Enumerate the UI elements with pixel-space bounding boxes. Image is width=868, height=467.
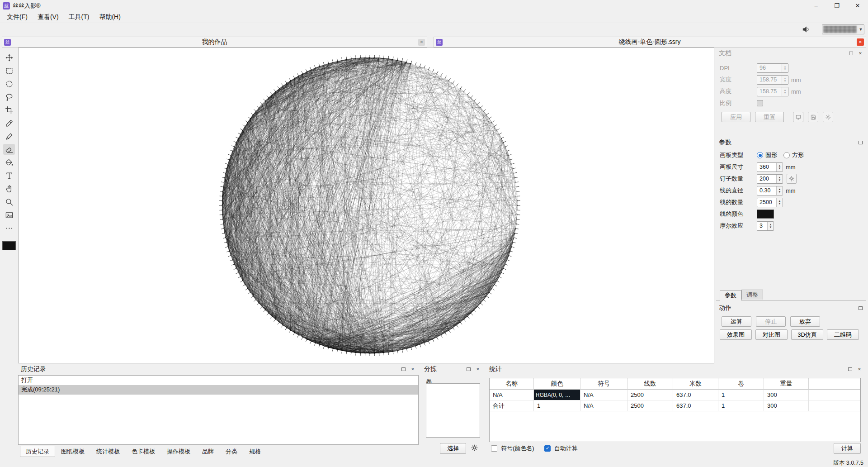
height-spinner[interactable]: 158.75 ▲▼ bbox=[757, 87, 788, 96]
run-button[interactable]: 运算 bbox=[722, 316, 751, 327]
float-panel-icon[interactable] bbox=[847, 366, 853, 372]
float-panel-icon[interactable] bbox=[400, 366, 406, 372]
float-panel-icon[interactable] bbox=[465, 366, 472, 372]
history-entry[interactable]: 打开 bbox=[19, 376, 418, 385]
history-entry-selected[interactable]: 完成(09:25:21) bbox=[19, 385, 418, 395]
tab-operation-template[interactable]: 操作模板 bbox=[161, 446, 196, 457]
float-panel-icon[interactable] bbox=[848, 50, 854, 57]
more-tools-icon[interactable] bbox=[3, 223, 15, 234]
spinner-arrows-icon[interactable]: ▲▼ bbox=[776, 175, 783, 183]
tab-params[interactable]: 参数 bbox=[720, 290, 741, 300]
lines-spinner[interactable]: 2500 ▲▼ bbox=[757, 198, 783, 207]
maximize-button[interactable]: ❐ bbox=[826, 0, 847, 11]
save-icon[interactable] bbox=[808, 112, 818, 122]
close-panel-icon[interactable]: ✕ bbox=[857, 50, 863, 57]
nails-gear-icon[interactable] bbox=[787, 174, 797, 184]
sim3d-button[interactable]: 3D仿真 bbox=[791, 329, 823, 340]
moire-spinner[interactable]: 3 ▲▼ bbox=[757, 221, 774, 231]
tab-drawing-template[interactable]: 图纸模板 bbox=[55, 446, 90, 457]
table-row-total[interactable]: 合计 1 N/A 2500 637.0 1 300 bbox=[490, 400, 860, 411]
abort-button[interactable]: 放弃 bbox=[790, 316, 820, 327]
render-button[interactable]: 效果图 bbox=[720, 329, 752, 340]
move-tool-icon[interactable] bbox=[3, 52, 15, 63]
symbol-checkbox[interactable] bbox=[491, 445, 497, 452]
col-meters[interactable]: 米数 bbox=[673, 378, 718, 390]
menu-tools[interactable]: 工具(T) bbox=[64, 12, 94, 23]
tab-history[interactable]: 历史记录 bbox=[20, 446, 55, 457]
eyedropper-icon[interactable] bbox=[3, 118, 15, 129]
menu-help[interactable]: 帮助(H) bbox=[94, 12, 125, 23]
tab-category[interactable]: 分类 bbox=[220, 446, 243, 457]
tab-stats-template[interactable]: 统计模板 bbox=[90, 446, 126, 457]
menu-view[interactable]: 查看(V) bbox=[33, 12, 64, 23]
board-size-spinner[interactable]: 360 ▲▼ bbox=[757, 162, 783, 172]
spinner-arrows-icon[interactable]: ▲▼ bbox=[782, 76, 788, 84]
qrcode-button[interactable]: 二维码 bbox=[827, 329, 859, 340]
circle-radio[interactable] bbox=[757, 152, 763, 158]
select-button[interactable]: 选择 bbox=[440, 443, 466, 454]
blurred-dropdown[interactable]: ▼ bbox=[822, 24, 864, 34]
col-symbol[interactable]: 符号 bbox=[580, 378, 627, 390]
crop-icon[interactable] bbox=[3, 105, 15, 115]
circle-option-label[interactable]: 圆形 bbox=[765, 151, 777, 159]
calc-button[interactable]: 计算 bbox=[834, 443, 861, 454]
ratio-checkbox[interactable] bbox=[757, 100, 763, 106]
spinner-arrows-icon[interactable]: ▲▼ bbox=[767, 222, 774, 230]
gear-icon[interactable] bbox=[823, 112, 833, 122]
canvas-area[interactable] bbox=[18, 48, 714, 363]
text-tool-icon[interactable] bbox=[3, 170, 15, 181]
menu-file[interactable]: 文件(F) bbox=[2, 12, 33, 23]
tab-colorcard-template[interactable]: 色卡模板 bbox=[126, 446, 161, 457]
float-panel-icon[interactable] bbox=[857, 139, 863, 146]
spinner-arrows-icon[interactable]: ▲▼ bbox=[776, 198, 783, 207]
symbol-checkbox-label[interactable]: 符号(颜色名) bbox=[501, 444, 534, 453]
tab-string-art-file[interactable]: 丝 绕线画-单色-圆形.ssry ✕ bbox=[434, 37, 866, 48]
col-rolls[interactable]: 卷 bbox=[718, 378, 764, 390]
diameter-spinner[interactable]: 0.30 ▲▼ bbox=[757, 186, 783, 195]
close-button[interactable]: ✕ bbox=[847, 0, 868, 11]
float-panel-icon[interactable] bbox=[857, 305, 863, 311]
col-name[interactable]: 名称 bbox=[490, 378, 534, 390]
close-panel-icon[interactable]: ✕ bbox=[410, 366, 416, 372]
dpi-spinner[interactable]: 96 ▲▼ bbox=[757, 63, 788, 73]
apply-button[interactable]: 应用 bbox=[722, 112, 750, 122]
lasso-icon[interactable] bbox=[3, 91, 15, 102]
fill-bucket-icon[interactable] bbox=[3, 157, 15, 168]
image-icon[interactable] bbox=[3, 210, 15, 220]
col-lines[interactable]: 线数 bbox=[627, 378, 673, 390]
spinner-arrows-icon[interactable]: ▲▼ bbox=[776, 186, 783, 195]
sorting-list[interactable] bbox=[426, 383, 480, 438]
rect-select-icon[interactable] bbox=[3, 65, 15, 76]
close-panel-icon[interactable]: ✕ bbox=[856, 366, 863, 372]
auto-calc-checkbox[interactable] bbox=[544, 445, 551, 452]
thread-color-swatch[interactable] bbox=[757, 210, 774, 219]
close-panel-icon[interactable]: ✕ bbox=[475, 366, 481, 372]
tab-close-icon[interactable]: ✕ bbox=[857, 38, 864, 46]
reset-button[interactable]: 重置 bbox=[755, 112, 784, 122]
col-weight[interactable]: 重量 bbox=[764, 378, 809, 390]
cell-color[interactable]: RGBA(0, 0, … bbox=[534, 390, 580, 400]
col-color[interactable]: 颜色 bbox=[534, 378, 580, 390]
string-art[interactable] bbox=[19, 48, 714, 363]
nails-spinner[interactable]: 200 ▲▼ bbox=[757, 174, 783, 184]
tab-my-works[interactable]: 丝 我的作品 ✕ bbox=[2, 37, 427, 48]
hand-tool-icon[interactable] bbox=[3, 183, 15, 194]
stop-button[interactable]: 停止 bbox=[756, 316, 786, 327]
brush-icon[interactable] bbox=[3, 131, 15, 142]
auto-calc-label[interactable]: 自动计算 bbox=[554, 444, 578, 453]
zoom-icon[interactable] bbox=[3, 196, 15, 207]
width-spinner[interactable]: 158.75 ▲▼ bbox=[757, 75, 788, 85]
square-radio[interactable] bbox=[783, 152, 790, 158]
table-row[interactable]: N/A RGBA(0, 0, … N/A 2500 637.0 1 300 bbox=[490, 390, 860, 400]
compare-button[interactable]: 对比图 bbox=[755, 329, 788, 340]
eraser-icon[interactable] bbox=[3, 144, 15, 155]
tab-spec[interactable]: 规格 bbox=[243, 446, 267, 457]
tab-adjust[interactable]: 调整 bbox=[741, 290, 763, 300]
ellipse-select-icon[interactable] bbox=[3, 78, 15, 89]
spinner-arrows-icon[interactable]: ▲▼ bbox=[782, 87, 788, 96]
sorting-gear-icon[interactable] bbox=[471, 444, 478, 453]
spinner-arrows-icon[interactable]: ▲▼ bbox=[776, 163, 783, 172]
foreground-color-swatch[interactable] bbox=[2, 241, 16, 250]
square-option-label[interactable]: 方形 bbox=[792, 151, 804, 159]
announcement-icon[interactable] bbox=[802, 25, 811, 33]
